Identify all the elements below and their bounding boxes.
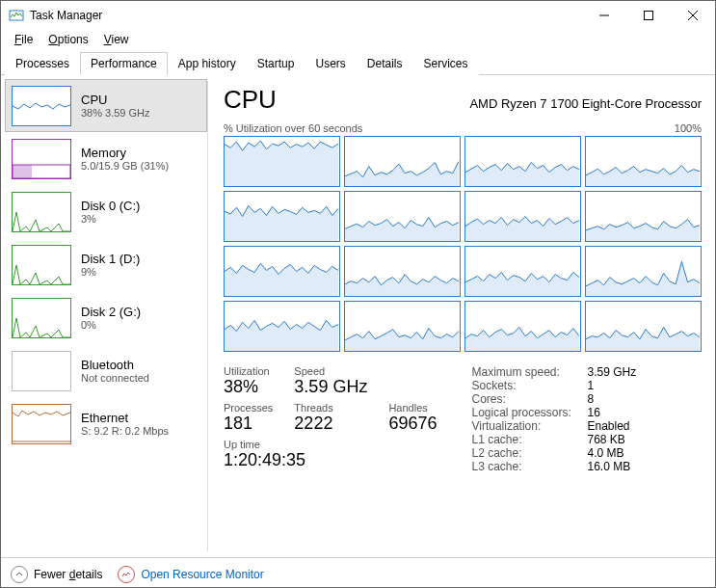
tab-processes[interactable]: Processes	[5, 52, 80, 75]
footer: Fewer details Open Resource Monitor	[1, 557, 715, 588]
stat-key: Cores:	[471, 392, 587, 406]
sidebar-item-disk-1-d-[interactable]: Disk 1 (D:)9%	[5, 238, 207, 291]
stat-key: L1 cache:	[471, 433, 587, 446]
app-icon	[9, 8, 24, 23]
tab-services[interactable]: Services	[413, 52, 479, 75]
menu-file[interactable]: File	[9, 31, 39, 48]
sidebar-item-name: Ethernet	[81, 411, 169, 425]
stat-value: 16.0 MB	[587, 460, 630, 473]
fewer-details-button[interactable]: Fewer details	[11, 566, 102, 583]
close-button[interactable]	[671, 1, 715, 30]
titlebar: Task Manager	[1, 1, 715, 30]
stat-row: Cores:8	[471, 392, 636, 406]
tab-app-history[interactable]: App history	[168, 52, 247, 75]
window-buttons	[582, 1, 715, 30]
sidebar-item-ethernet[interactable]: EthernetS: 9.2 R: 0.2 Mbps	[5, 397, 207, 450]
sidebar: CPU38% 3.59 GHz Memory5.0/15.9 GB (31%) …	[1, 75, 207, 557]
graph-label-left: % Utilization over 60 seconds	[224, 122, 362, 134]
cpu-grid	[224, 136, 702, 352]
cpu-core-graph	[224, 246, 340, 297]
svg-rect-2	[645, 12, 653, 20]
stat-key: Logical processors:	[471, 406, 587, 419]
processes-value: 181	[224, 414, 273, 434]
stat-row: Logical processors:16	[471, 406, 636, 419]
sidebar-thumb	[12, 192, 71, 232]
graph-label-right: 100%	[675, 122, 702, 134]
menu-options[interactable]: Options	[42, 31, 93, 48]
cpu-core-graph	[585, 301, 702, 352]
sidebar-item-sub: 9%	[81, 266, 140, 278]
sidebar-item-sub: 0%	[81, 319, 141, 331]
sidebar-item-sub: Not connected	[81, 372, 149, 384]
open-resource-monitor-link[interactable]: Open Resource Monitor	[118, 566, 263, 583]
stat-row: Virtualization:Enabled	[471, 419, 636, 433]
sidebar-item-name: Memory	[81, 146, 169, 160]
sidebar-item-name: CPU	[81, 93, 150, 107]
tabs: ProcessesPerformanceApp historyStartupUs…	[1, 51, 715, 75]
threads-label: Threads	[294, 402, 367, 414]
stat-key: Sockets:	[471, 379, 587, 392]
processor-name: AMD Ryzen 7 1700 Eight-Core Processor	[469, 96, 702, 111]
sidebar-item-disk-2-g-[interactable]: Disk 2 (G:)0%	[5, 291, 207, 344]
page-title: CPU	[224, 85, 277, 115]
stat-row: L1 cache:768 KB	[471, 433, 636, 446]
sidebar-item-name: Disk 1 (D:)	[81, 252, 140, 266]
sidebar-item-name: Disk 0 (C:)	[81, 199, 140, 213]
processes-label: Processes	[224, 402, 273, 414]
stat-value: 1	[587, 379, 594, 392]
stat-key: L3 cache:	[471, 460, 587, 473]
cpu-core-graph	[585, 191, 702, 242]
cpu-core-graph	[464, 191, 581, 242]
tab-performance[interactable]: Performance	[80, 52, 168, 75]
sidebar-item-name: Bluetooth	[81, 358, 149, 372]
cpu-core-graph	[224, 301, 340, 352]
sidebar-item-bluetooth[interactable]: BluetoothNot connected	[5, 344, 207, 397]
menu-view[interactable]: View	[98, 31, 135, 48]
sidebar-thumb	[12, 298, 71, 338]
stat-row: Sockets:1	[471, 379, 636, 392]
maximize-button[interactable]	[626, 1, 671, 30]
stats-right: Maximum speed:3.59 GHzSockets:1Cores:8Lo…	[471, 365, 636, 473]
tab-startup[interactable]: Startup	[247, 52, 305, 75]
stat-value: 3.59 GHz	[587, 365, 636, 379]
sidebar-item-cpu[interactable]: CPU38% 3.59 GHz	[5, 79, 207, 132]
cpu-core-graph	[464, 136, 581, 187]
splitter[interactable]	[207, 81, 208, 551]
stat-value: 8	[587, 392, 594, 406]
cpu-core-graph	[224, 191, 340, 242]
utilization-label: Utilization	[224, 365, 273, 377]
minimize-button[interactable]	[582, 1, 626, 30]
tab-users[interactable]: Users	[305, 52, 356, 75]
cpu-core-graph	[224, 136, 340, 187]
resource-monitor-icon	[118, 566, 135, 583]
speed-label: Speed	[294, 365, 367, 377]
sidebar-thumb	[12, 86, 71, 126]
stat-value: 4.0 MB	[587, 446, 623, 460]
sidebar-item-memory[interactable]: Memory5.0/15.9 GB (31%)	[5, 132, 207, 185]
cpu-core-graph	[585, 136, 702, 187]
window-title: Task Manager	[30, 9, 582, 22]
sidebar-item-sub: 38% 3.59 GHz	[81, 107, 150, 119]
stat-value: 768 KB	[587, 433, 624, 446]
speed-value: 3.59 GHz	[294, 377, 367, 397]
cpu-core-graph	[344, 301, 461, 352]
sidebar-item-sub: 3%	[81, 213, 140, 225]
stat-key: Maximum speed:	[471, 365, 587, 379]
handles-value: 69676	[388, 414, 437, 434]
stat-row: L2 cache:4.0 MB	[471, 446, 636, 460]
cpu-core-graph	[344, 191, 461, 242]
svg-rect-6	[13, 165, 32, 178]
cpu-core-graph	[464, 301, 581, 352]
sidebar-thumb	[12, 139, 71, 179]
stat-key: Virtualization:	[471, 419, 587, 433]
sidebar-item-disk-0-c-[interactable]: Disk 0 (C:)3%	[5, 185, 207, 238]
stat-row: Maximum speed:3.59 GHz	[471, 365, 636, 379]
main-panel: CPU AMD Ryzen 7 1700 Eight-Core Processo…	[210, 75, 715, 557]
utilization-value: 38%	[224, 377, 273, 397]
sidebar-item-sub: 5.0/15.9 GB (31%)	[81, 160, 169, 172]
stat-key: L2 cache:	[471, 446, 587, 460]
sidebar-thumb	[12, 245, 71, 285]
sidebar-thumb	[12, 404, 71, 444]
cpu-core-graph	[344, 246, 461, 297]
tab-details[interactable]: Details	[357, 52, 413, 75]
